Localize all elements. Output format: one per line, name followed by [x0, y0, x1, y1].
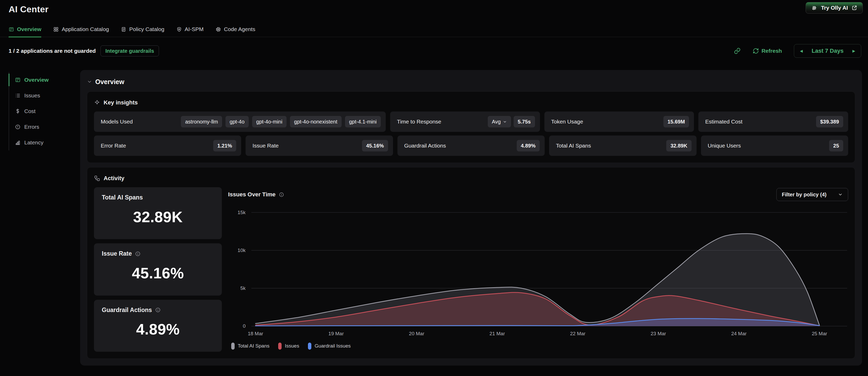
tab-label: AI-SPM	[185, 26, 204, 32]
date-next-arrow[interactable]: ▶	[852, 49, 855, 53]
legend-label: Guardrail Issues	[314, 343, 350, 349]
legend-item[interactable]: Issues	[278, 343, 299, 350]
metric-issue-rate: Issue Rate 45.16%	[246, 136, 393, 156]
metric-error-rate: Error Rate 1.21%	[94, 136, 241, 156]
activity-title: Activity	[103, 175, 124, 182]
legend-label: Issues	[285, 343, 299, 349]
date-prev-arrow[interactable]: ◀	[800, 49, 803, 53]
sidebar-item-issues[interactable]: Issues	[9, 88, 75, 104]
try-olly-ai-button[interactable]: Try Olly AI	[806, 2, 863, 13]
tab-label: Overview	[17, 26, 41, 32]
overview-panels-icon	[15, 77, 21, 83]
metric-label: Error Rate	[101, 143, 126, 149]
sidebar-item-latency[interactable]: Latency	[9, 135, 75, 150]
alert-circle-icon	[15, 124, 21, 130]
refresh-icon	[753, 48, 759, 54]
tab-overview[interactable]: Overview	[9, 26, 41, 37]
integrate-guardrails-button[interactable]: Integrate guardrails	[100, 46, 159, 56]
overview-section-header[interactable]: Overview	[87, 75, 855, 89]
legend-marker	[278, 343, 282, 350]
metric-label: Time to Response	[397, 119, 441, 125]
metric-value: 25	[829, 140, 843, 151]
date-range-label: Last 7 Days	[812, 48, 843, 54]
legend-marker	[231, 343, 235, 350]
metric-label: Guardrail Actions	[404, 143, 446, 149]
key-insights-title: Key insights	[103, 99, 138, 106]
stat-card-guardrail-actions: Guardrail Actions 4.89%	[94, 300, 222, 352]
chart-title: Issues Over Time	[228, 191, 276, 198]
section-title: Overview	[95, 78, 124, 86]
metric-value: 4.89%	[517, 140, 540, 151]
metric-guardrail-actions: Guardrail Actions 4.89%	[398, 136, 545, 156]
legend-marker	[308, 343, 311, 350]
sidebar-item-overview[interactable]: Overview	[9, 72, 75, 88]
stat-label: Issue Rate	[102, 250, 132, 257]
metric-estimated-cost: Estimated Cost $39.389	[699, 112, 848, 132]
sidebar-item-errors[interactable]: Errors	[9, 119, 75, 135]
shield-icon	[177, 27, 182, 32]
model-chip: gpt-4.1-mini	[345, 116, 381, 127]
x-tick-label: 21 Mar	[490, 331, 505, 337]
metric-label: Unique Users	[708, 143, 741, 149]
activity-card: Activity Total AI Spans 32.89K Issue Rat…	[87, 167, 855, 359]
stat-label: Guardrail Actions	[102, 307, 152, 314]
metric-value: 15.69M	[663, 116, 689, 127]
guardrails-alert-message: 1 / 2 applications are not guarded	[9, 48, 96, 54]
chevron-down-icon	[838, 192, 843, 197]
dollar-icon	[15, 108, 21, 114]
cpu-icon	[216, 27, 221, 32]
metric-label: Issue Rate	[252, 143, 278, 149]
x-tick-label: 24 Mar	[731, 331, 747, 337]
metric-value: 32.89K	[666, 140, 691, 151]
sidebar-item-label: Latency	[24, 139, 43, 146]
metric-label: Total AI Spans	[556, 143, 591, 149]
tab-code-agents[interactable]: Code Agents	[216, 26, 255, 37]
model-chip: astronomy-llm	[181, 116, 222, 127]
tab-policy-catalog[interactable]: Policy Catalog	[121, 26, 164, 37]
stat-column: Total AI Spans 32.89K Issue Rate 45.16%	[94, 187, 222, 352]
stat-card-total-ai-spans: Total AI Spans 32.89K	[94, 187, 222, 239]
page-title: AI Center	[9, 4, 49, 15]
metric-label: Models Used	[101, 119, 133, 125]
metric-value: 5.75s	[514, 116, 535, 127]
policy-filter-label: Filter by policy (4)	[782, 192, 827, 198]
stat-card-issue-rate: Issue Rate 45.16%	[94, 243, 222, 295]
y-tick-label: 0	[243, 323, 246, 329]
stat-value: 32.89K	[133, 208, 183, 226]
info-icon	[279, 192, 284, 197]
tab-application-catalog[interactable]: Application Catalog	[53, 26, 109, 37]
link-icon[interactable]	[734, 48, 741, 54]
x-tick-label: 18 Mar	[248, 331, 263, 337]
document-icon	[121, 27, 126, 32]
policy-filter-dropdown[interactable]: Filter by policy (4)	[776, 188, 848, 201]
list-icon	[15, 93, 21, 98]
model-chip: gpt-4o	[225, 116, 249, 127]
metric-value: 1.21%	[213, 140, 237, 151]
x-tick-label: 20 Mar	[409, 331, 424, 337]
metric-token-usage: Token Usage 15.69M	[545, 112, 694, 132]
stat-value: 45.16%	[132, 264, 184, 282]
refresh-label: Refresh	[762, 48, 782, 54]
grid-icon	[53, 27, 59, 32]
tab-ai-spm[interactable]: AI-SPM	[177, 26, 204, 37]
model-chip: gpt-4o-nonexistent	[290, 116, 342, 127]
stat-value: 4.89%	[136, 320, 180, 338]
refresh-button[interactable]: Refresh	[753, 48, 782, 54]
date-range-picker[interactable]: ◀ Last 7 Days ▶	[794, 44, 861, 58]
legend-item[interactable]: Total AI Spans	[231, 343, 269, 350]
tab-label: Policy Catalog	[129, 26, 164, 32]
metric-label: Estimated Cost	[705, 119, 742, 125]
legend-item[interactable]: Guardrail Issues	[308, 343, 350, 350]
tab-label: Application Catalog	[62, 26, 109, 32]
sidebar-item-label: Issues	[24, 92, 40, 99]
aggregation-label: Avg	[492, 119, 501, 125]
key-insights-card: Key insights Models Used astronomy-llm g…	[87, 91, 855, 163]
model-chip: gpt-4o-mini	[252, 116, 286, 127]
sidebar-item-cost[interactable]: Cost	[9, 104, 75, 119]
olly-logo-icon	[811, 5, 817, 11]
x-tick-label: 25 Mar	[812, 331, 827, 337]
metric-label: Token Usage	[551, 119, 583, 125]
metric-total-ai-spans: Total AI Spans 32.89K	[549, 136, 696, 156]
aggregation-dropdown[interactable]: Avg	[488, 116, 511, 127]
tab-label: Code Agents	[224, 26, 255, 32]
